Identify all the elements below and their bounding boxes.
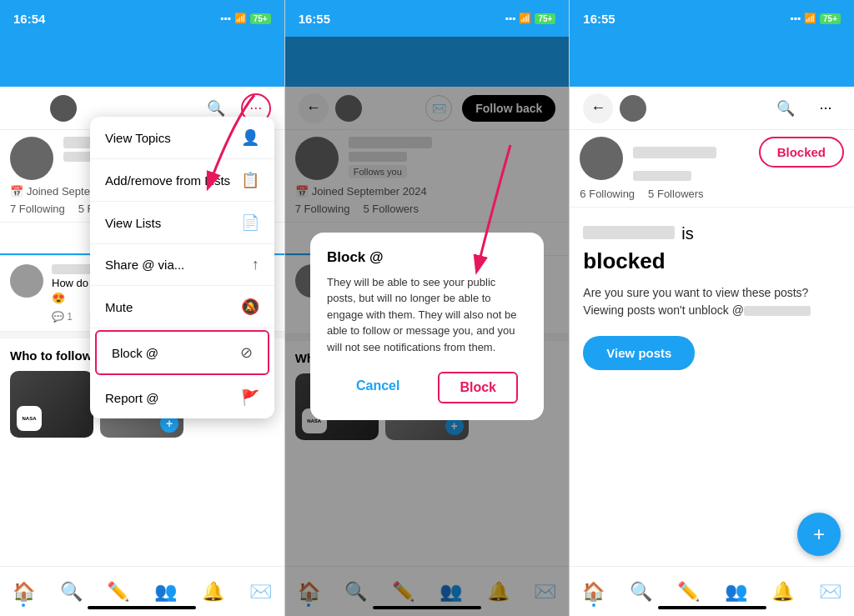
- view-posts-button[interactable]: View posts: [583, 336, 695, 370]
- blocked-button[interactable]: Blocked: [759, 137, 844, 168]
- modal-title: Block @: [327, 249, 527, 266]
- following-stat-3: 6 Following: [580, 188, 635, 200]
- panel-2: 16:55 ▪▪▪ 📶 75+ ← ✉️ Follow back: [285, 0, 570, 616]
- status-bar-2: 16:55 ▪▪▪ 📶 75+: [285, 0, 570, 37]
- calendar-icon-1: 📅: [10, 185, 23, 198]
- reply-action-1[interactable]: 💬 1: [52, 311, 73, 323]
- profile-handle-3: [633, 171, 691, 181]
- nav-avatar-1: [50, 95, 77, 122]
- dropdown-share[interactable]: Share @ via... ↑: [90, 244, 274, 286]
- nav-messages-1[interactable]: ✉️: [244, 575, 277, 608]
- blocked-word: blocked: [583, 248, 841, 274]
- profile-stats-3: 6 Following 5 Followers: [580, 188, 844, 200]
- status-bar-3: 16:55 ▪▪▪ 📶 75+: [570, 0, 854, 37]
- block-icon: ⊘: [240, 343, 253, 362]
- is-text: is: [681, 224, 693, 243]
- profile-area-3: Blocked 6 Following 5 Followers: [570, 130, 854, 208]
- modal-cancel-btn[interactable]: Cancel: [336, 372, 419, 403]
- dropdown-report[interactable]: Report @ 🚩: [90, 377, 274, 418]
- panel-1: 16:54 ▪▪▪ 📶 75+ ← 🔍 ···: [0, 0, 285, 616]
- mute-label: Mute: [105, 300, 133, 314]
- back-button-1[interactable]: ←: [13, 93, 43, 123]
- profile-avatar-1: [10, 137, 53, 180]
- nav-search-3[interactable]: 🔍: [624, 575, 657, 608]
- profile-info-3: Blocked: [633, 137, 844, 181]
- nav-communities-3[interactable]: 👥: [719, 575, 752, 608]
- wifi-icon-2: 📶: [519, 13, 531, 24]
- nav-notifications-3[interactable]: 🔔: [766, 575, 800, 608]
- modal-backdrop: Block @ They will be able to see your pu…: [285, 37, 570, 616]
- blocked-username-bar: [583, 226, 675, 239]
- nav-notifications-1[interactable]: 🔔: [196, 575, 229, 608]
- fab-button-3[interactable]: +: [797, 513, 841, 556]
- share-label: Share @ via...: [105, 258, 184, 272]
- blue-header-1: [0, 37, 284, 87]
- profile-avatar-3: [580, 137, 623, 180]
- battery-3: 75+: [820, 13, 841, 24]
- view-lists-icon: 📄: [241, 213, 259, 232]
- nav-messages-3[interactable]: ✉️: [814, 575, 847, 608]
- tweet-avatar-1: [10, 264, 43, 298]
- dropdown-menu-1: View Topics 👤 Add/remove from Lists 📋 Vi…: [90, 117, 274, 418]
- dropdown-view-lists[interactable]: View Lists 📄: [90, 202, 274, 244]
- wifi-icon-3: 📶: [804, 13, 816, 24]
- add-remove-icon: 📋: [241, 171, 259, 189]
- status-bar-1: 16:54 ▪▪▪ 📶 75+: [0, 0, 284, 37]
- report-icon: 🚩: [241, 388, 259, 407]
- dropdown-block[interactable]: Block @ ⊘: [95, 330, 269, 375]
- follow-card-1: NASA: [10, 371, 93, 438]
- mute-icon: 🔕: [241, 298, 259, 316]
- time-3: 16:55: [583, 12, 615, 26]
- report-label: Report @: [105, 391, 158, 405]
- nav-right-3: 🔍 ···: [771, 93, 841, 123]
- time-1: 16:54: [13, 12, 45, 26]
- search-button-3[interactable]: 🔍: [771, 93, 801, 123]
- nav-communities-1[interactable]: 👥: [149, 575, 183, 608]
- back-button-3[interactable]: ←: [583, 93, 613, 123]
- nav-home-1[interactable]: 🏠: [7, 575, 40, 608]
- block-modal: Block @ They will be able to see your pu…: [310, 233, 544, 421]
- blocked-sub-text: Are you sure you want to view these post…: [583, 284, 841, 319]
- more-button-3[interactable]: ···: [811, 93, 841, 123]
- signal-icon-1: ▪▪▪: [220, 13, 231, 24]
- modal-block-btn[interactable]: Block: [438, 372, 518, 403]
- status-icons-2: ▪▪▪ 📶 75+: [505, 13, 556, 24]
- modal-body: They will be able to see your public pos…: [327, 274, 527, 356]
- nav-home-3[interactable]: 🏠: [577, 575, 610, 608]
- view-lists-label: View Lists: [105, 216, 161, 230]
- signal-icon-2: ▪▪▪: [505, 13, 516, 24]
- nav-compose-1[interactable]: ✏️: [102, 575, 135, 608]
- signal-icon-3: ▪▪▪: [790, 13, 801, 24]
- status-icons-3: ▪▪▪ 📶 75+: [790, 13, 841, 24]
- blocked-message-section: is blocked Are you sure you want to view…: [570, 208, 854, 387]
- blue-header-3: [570, 37, 854, 87]
- following-stat-1: 7 Following: [10, 203, 65, 215]
- modal-actions: Cancel Block: [327, 372, 527, 403]
- home-indicator-1: [88, 606, 196, 609]
- followers-stat-3: 5 Followers: [648, 188, 703, 200]
- profile-name-placeholder-3: [633, 147, 716, 158]
- wifi-icon-1: 📶: [234, 13, 247, 24]
- status-icons-1: ▪▪▪ 📶 75+: [220, 13, 271, 24]
- panel-3: 16:55 ▪▪▪ 📶 75+ ← 🔍 ···: [570, 0, 854, 616]
- nav-bar-3: ← 🔍 ···: [570, 87, 854, 130]
- battery-2: 75+: [535, 13, 555, 24]
- dropdown-mute[interactable]: Mute 🔕: [90, 286, 274, 328]
- block-label: Block @: [112, 346, 158, 360]
- nav-avatar-3: [620, 95, 646, 122]
- nav-compose-3[interactable]: ✏️: [671, 575, 705, 608]
- view-topics-label: View Topics: [105, 131, 171, 145]
- add-remove-lists-label: Add/remove from Lists: [105, 173, 230, 188]
- dropdown-view-topics[interactable]: View Topics 👤: [90, 117, 274, 159]
- nasa-logo: NASA: [17, 406, 42, 431]
- dropdown-add-remove-lists[interactable]: Add/remove from Lists 📋: [90, 159, 274, 202]
- battery-1: 75+: [250, 13, 271, 24]
- view-topics-icon: 👤: [241, 128, 259, 147]
- home-indicator-3: [658, 606, 766, 609]
- nav-search-1[interactable]: 🔍: [54, 575, 88, 608]
- share-icon: ↑: [252, 256, 259, 273]
- time-2: 16:55: [299, 12, 330, 26]
